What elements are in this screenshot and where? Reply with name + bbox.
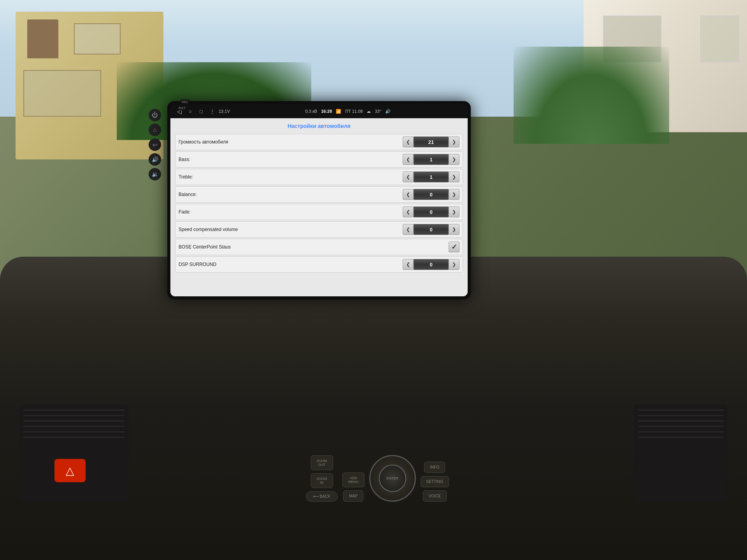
vent-slat xyxy=(638,437,724,438)
value-fade: 0 xyxy=(414,206,449,217)
increment-car-volume[interactable]: ❯ xyxy=(449,136,459,147)
volume-icon: 🔊 xyxy=(385,109,391,114)
trees-right xyxy=(514,47,669,144)
increment-treble[interactable]: ❯ xyxy=(449,172,459,182)
vent-slat xyxy=(638,431,724,432)
zoom-out-button[interactable]: ZOOM OUT xyxy=(311,455,333,470)
setting-label-bass: Bass: xyxy=(179,157,403,162)
vent-left xyxy=(19,404,128,502)
setting-row-bass: Bass:❮1❯ xyxy=(175,151,463,168)
setting-control-car-volume: ❮21❯ xyxy=(403,136,459,147)
enter-button[interactable]: ENTER xyxy=(379,465,406,492)
setting-label-fade: Fade: xyxy=(179,209,403,215)
page-title: Настройки автомобиля xyxy=(175,121,463,131)
decrement-speed-compensated-volume[interactable]: ❮ xyxy=(403,224,414,235)
vent-right xyxy=(634,404,728,502)
value-dsp-surround: 0 xyxy=(414,259,449,270)
setting-control-dsp-surround: ❮0❯ xyxy=(403,259,459,270)
setting-control-balance: ❮0❯ xyxy=(403,189,459,200)
nav-dial[interactable]: ENTER xyxy=(369,455,416,502)
scene: △ ZOOM OUT ZOOM IN ⟵ BACK ADD MENU xyxy=(0,0,747,560)
status-center: 0.3 кВ 16:28 📶 ПТ 11.08 ☁ 33° 🔊 xyxy=(233,109,463,114)
zoom-in-button[interactable]: ZOOM IN xyxy=(311,473,333,488)
vent-slat xyxy=(638,420,724,422)
date-display: ПТ 11.08 xyxy=(345,109,363,114)
checkbox-bose-centerpoint[interactable]: ✓ xyxy=(449,242,459,252)
volume-down-button[interactable]: 🔉 xyxy=(149,168,161,180)
value-car-volume: 21 xyxy=(414,136,449,147)
setting-row-treble: Treble:❮1❯ xyxy=(175,169,463,185)
setting-row-dsp-surround: DSP SURROUND❮0❯ xyxy=(175,256,463,273)
vent-slat xyxy=(23,431,124,432)
increment-fade[interactable]: ❯ xyxy=(449,206,459,217)
status-bar: ◁ ○ □ ⋮ 13.1V 0.3 кВ 16:28 📶 ПТ 11.08 ☁ … xyxy=(170,104,468,118)
vent-slat xyxy=(638,415,724,416)
hazard-button[interactable]: △ xyxy=(54,459,86,482)
back-side-button[interactable]: ↩ xyxy=(149,138,161,151)
center-dash-buttons: ADD MENU MAP xyxy=(342,472,365,502)
setting-button[interactable]: SETTING xyxy=(421,476,449,487)
menu-nav-button[interactable]: ⋮ xyxy=(208,107,216,116)
data-usage: 0.3 кВ xyxy=(305,109,317,114)
increment-balance[interactable]: ❯ xyxy=(449,189,459,200)
increment-dsp-surround[interactable]: ❯ xyxy=(449,259,459,270)
info-button[interactable]: INFO xyxy=(424,462,445,473)
power-button[interactable]: ⏻ xyxy=(149,109,161,121)
map-button[interactable]: MAP xyxy=(343,490,363,502)
value-treble: 1 xyxy=(414,172,449,182)
setting-label-dsp-surround: DSP SURROUND xyxy=(179,262,403,267)
temperature-display: 33° xyxy=(375,109,381,114)
vent-slat xyxy=(23,415,124,416)
vent-slat xyxy=(638,410,724,411)
voice-button[interactable]: VOICE xyxy=(423,490,447,502)
setting-row-balance: Balance:❮0❯ xyxy=(175,186,463,203)
vent-slat xyxy=(638,426,724,427)
increment-speed-compensated-volume[interactable]: ❯ xyxy=(449,224,459,235)
right-dash-buttons: INFO SETTING VOICE xyxy=(421,462,449,502)
setting-control-bose-centerpoint: ✓ xyxy=(449,242,459,252)
vent-slat xyxy=(23,426,124,427)
setting-row-bose-centerpoint: BOSE CenterPoint Staus✓ xyxy=(175,239,463,255)
decrement-treble[interactable]: ❮ xyxy=(403,172,414,182)
increment-bass[interactable]: ❯ xyxy=(449,154,459,165)
side-buttons: ⏻ ⌂ ↩ 🔊 🔉 xyxy=(149,109,161,180)
setting-row-speed-compensated-volume: Speed compensated volume❮0❯ xyxy=(175,221,463,238)
setting-label-bose-centerpoint: BOSE CenterPoint Staus xyxy=(179,244,449,250)
decrement-fade[interactable]: ❮ xyxy=(403,206,414,217)
vent-slat xyxy=(23,410,124,411)
hazard-icon: △ xyxy=(66,464,74,477)
value-balance: 0 xyxy=(414,189,449,200)
decrement-balance[interactable]: ❮ xyxy=(403,189,414,200)
setting-label-treble: Treble: xyxy=(179,174,403,180)
setting-control-speed-compensated-volume: ❮0❯ xyxy=(403,224,459,235)
vent-slat xyxy=(23,437,124,438)
setting-row-fade: Fade:❮0❯ xyxy=(175,204,463,220)
decrement-car-volume[interactable]: ❮ xyxy=(403,136,414,147)
settings-content: Настройки автомобиля Громкость автомобил… xyxy=(170,118,468,296)
back-button[interactable]: ⟵ BACK xyxy=(306,491,338,502)
volume-up-button[interactable]: 🔊 xyxy=(149,153,161,166)
dashboard: △ ZOOM OUT ZOOM IN ⟵ BACK ADD MENU xyxy=(0,257,747,560)
android-screen: ◁ ○ □ ⋮ 13.1V 0.3 кВ 16:28 📶 ПТ 11.08 ☁ … xyxy=(170,104,468,296)
screen-bezel: ◁ ○ □ ⋮ 13.1V 0.3 кВ 16:28 📶 ПТ 11.08 ☁ … xyxy=(167,101,471,299)
menu-button[interactable]: ADD MENU xyxy=(342,472,365,487)
setting-control-treble: ❮1❯ xyxy=(403,172,459,182)
decrement-dsp-surround[interactable]: ❮ xyxy=(403,259,414,270)
signal-icon: 📶 xyxy=(336,109,341,114)
voltage-display: 13.1V xyxy=(219,107,230,116)
mic-label: MIC xyxy=(181,100,189,104)
home-side-button[interactable]: ⌂ xyxy=(149,124,161,136)
setting-label-car-volume: Громкость автомобиля xyxy=(179,139,403,145)
weather-icon: ☁ xyxy=(366,109,371,114)
decrement-bass[interactable]: ❮ xyxy=(403,154,414,165)
dash-controls: ZOOM OUT ZOOM IN ⟵ BACK ADD MENU MAP xyxy=(144,455,611,502)
left-dash-buttons: ZOOM OUT ZOOM IN ⟵ BACK xyxy=(306,455,338,502)
recents-nav-button[interactable]: □ xyxy=(197,107,205,116)
setting-control-bass: ❮1❯ xyxy=(403,154,459,165)
value-bass: 1 xyxy=(414,154,449,165)
value-speed-compensated-volume: 0 xyxy=(414,224,449,235)
settings-list: Громкость автомобиля❮21❯Bass:❮1❯Treble:❮… xyxy=(175,134,463,273)
setting-label-speed-compensated-volume: Speed compensated volume xyxy=(179,227,403,232)
time-display: 16:28 xyxy=(321,109,332,114)
home-nav-button[interactable]: ○ xyxy=(186,107,195,116)
